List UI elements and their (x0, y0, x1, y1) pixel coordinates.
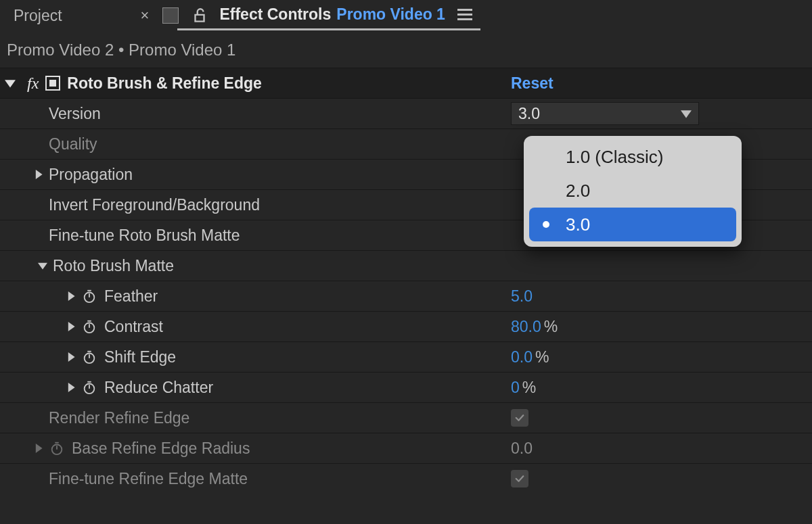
property-label-invert-fg-bg: Invert Foreground/Background (49, 196, 260, 214)
reset-button[interactable]: Reset (511, 74, 554, 93)
version-option-3[interactable]: 3.0 (529, 208, 736, 241)
reduce-chatter-unit: % (522, 379, 536, 397)
contrast-toggle[interactable] (65, 320, 77, 333)
property-row-shift-edge: Shift Edge 0.0% (0, 341, 812, 372)
lock-icon[interactable] (191, 7, 208, 24)
tab-effect-controls-comp: Promo Video 1 (336, 5, 445, 24)
compositing-options-icon[interactable] (45, 76, 60, 91)
version-option-2[interactable]: 2.0 (529, 174, 736, 208)
reduce-chatter-value[interactable]: 0 (511, 379, 520, 397)
breadcrumb-current[interactable]: Promo Video 1 (129, 41, 235, 59)
panel-menu-icon[interactable] (457, 9, 472, 20)
stopwatch-icon[interactable] (81, 318, 97, 335)
property-label-contrast: Contrast (104, 318, 163, 336)
property-row-feather: Feather 5.0 (0, 281, 812, 311)
property-label-feather: Feather (104, 287, 158, 306)
fx-badge[interactable]: fx (27, 74, 39, 93)
shift-edge-unit: % (535, 348, 549, 366)
property-row-version: Version 3.0 (0, 98, 812, 128)
property-row-roto-brush-matte: Roto Brush Matte (0, 250, 812, 281)
base-refine-edge-radius-value[interactable]: 0.0 (511, 439, 533, 458)
property-label-roto-brush-matte: Roto Brush Matte (53, 257, 174, 275)
effect-collapse-toggle[interactable] (4, 77, 16, 89)
breadcrumb-separator: • (114, 41, 129, 59)
breadcrumb: Promo Video 2 • Promo Video 1 (0, 31, 812, 68)
reduce-chatter-toggle[interactable] (65, 381, 77, 394)
render-refine-edge-checkbox[interactable] (511, 409, 528, 427)
stopwatch-icon[interactable] (49, 440, 65, 456)
chevron-down-icon (681, 105, 692, 123)
svg-rect-1 (457, 14, 472, 16)
roto-brush-matte-toggle[interactable] (37, 260, 49, 272)
tab-effect-controls-label: Effect Controls (219, 5, 331, 24)
composition-swatch[interactable] (162, 7, 179, 24)
property-label-reduce-chatter: Reduce Chatter (104, 379, 213, 397)
version-dropdown-popup: 1.0 (Classic) 2.0 3.0 (524, 136, 742, 247)
base-refine-edge-radius-toggle[interactable] (32, 442, 45, 454)
property-label-fine-tune-roto: Fine-tune Roto Brush Matte (49, 227, 240, 245)
property-label-propagation: Propagation (49, 166, 133, 184)
breadcrumb-parent[interactable]: Promo Video 2 (7, 41, 114, 59)
feather-toggle[interactable] (65, 290, 77, 302)
stopwatch-icon[interactable] (81, 349, 97, 365)
version-dropdown[interactable]: 3.0 (511, 102, 699, 125)
property-label-render-refine-edge: Render Refine Edge (49, 409, 189, 427)
property-label-base-refine-edge-radius: Base Refine Edge Radius (72, 439, 250, 458)
property-row-reduce-chatter: Reduce Chatter 0% (0, 372, 812, 402)
svg-rect-2 (457, 18, 472, 20)
contrast-value[interactable]: 80.0 (511, 318, 541, 336)
property-label-fine-tune-refine-edge-matte: Fine-tune Refine Edge Matte (49, 470, 248, 488)
property-label-shift-edge: Shift Edge (104, 348, 176, 366)
svg-rect-0 (457, 9, 472, 11)
contrast-unit: % (544, 318, 558, 336)
property-row-fine-tune-refine-edge-matte: Fine-tune Refine Edge Matte (0, 463, 812, 494)
effect-header-row: fx Roto Brush & Refine Edge Reset (0, 68, 812, 98)
property-label-quality: Quality (49, 135, 97, 153)
propagation-toggle[interactable] (32, 168, 45, 181)
property-label-version: Version (49, 105, 101, 123)
stopwatch-icon[interactable] (81, 379, 97, 396)
effect-title: Roto Brush & Refine Edge (67, 74, 262, 93)
version-option-1[interactable]: 1.0 (Classic) (529, 140, 736, 174)
fine-tune-refine-edge-matte-checkbox[interactable] (511, 470, 528, 487)
stopwatch-icon[interactable] (81, 288, 97, 304)
close-icon[interactable]: × (141, 8, 150, 23)
shift-edge-toggle[interactable] (65, 351, 77, 363)
tab-effect-controls[interactable]: Effect Controls Promo Video 1 (219, 5, 472, 26)
version-dropdown-value: 3.0 (518, 105, 540, 123)
feather-value[interactable]: 5.0 (511, 287, 533, 306)
property-row-base-refine-edge-radius: Base Refine Edge Radius 0.0 (0, 433, 812, 463)
property-row-contrast: Contrast 80.0% (0, 311, 812, 341)
shift-edge-value[interactable]: 0.0 (511, 348, 533, 366)
property-row-render-refine-edge: Render Refine Edge (0, 402, 812, 433)
tab-project[interactable]: Project (9, 4, 66, 28)
